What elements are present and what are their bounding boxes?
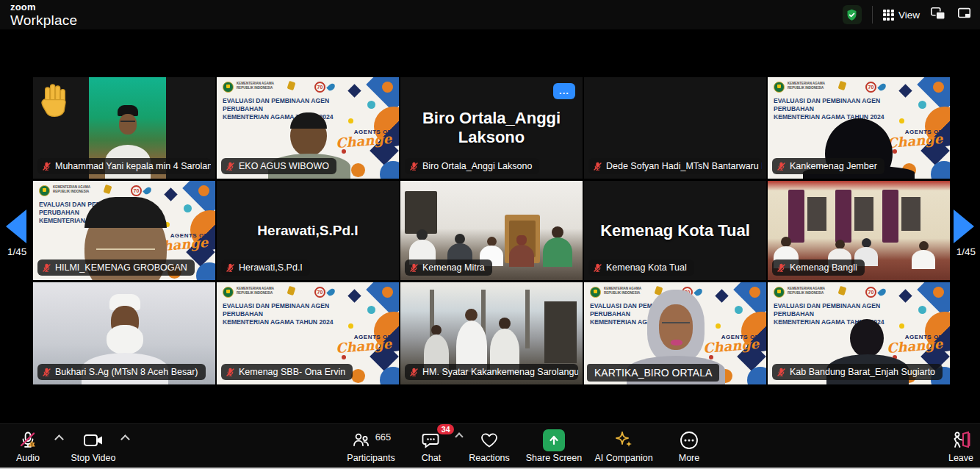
- participant-nameplate: Kemenag Mitra: [405, 259, 492, 276]
- stop-video-button[interactable]: Stop Video: [46, 429, 141, 463]
- leave-label: Leave: [935, 453, 980, 463]
- muted-mic-icon: [777, 263, 786, 273]
- participant-nameplate: HM. Syatar Kakankemenag Sarolangun ...: [405, 364, 578, 380]
- participant-tile-kemenag-kota-tual[interactable]: Kemenag Kota Tual Kemenag Kota Tual: [584, 181, 766, 280]
- muted-mic-icon: [593, 162, 602, 171]
- blue-logo: [326, 82, 336, 92]
- kemenag-logo: [774, 287, 785, 298]
- participant-nameplate: EKO AGUS WIBOWO: [221, 158, 336, 174]
- participant-name: KARTIKA_BIRO ORTALA: [594, 367, 712, 379]
- participant-tile-bukhari[interactable]: Bukhari S.Ag (MTsN 8 Aceh Besar): [33, 282, 215, 384]
- muted-mic-icon: [42, 263, 51, 273]
- muted-mic-icon: [226, 368, 235, 377]
- view-label: View: [898, 10, 920, 21]
- ai-companion-sparkle-icon: [613, 431, 634, 450]
- more-ellipsis-icon: [680, 431, 699, 450]
- participant-nameplate: Kemenag SBB- Ona Ervin: [221, 364, 353, 380]
- muted-mic-icon: [409, 368, 419, 377]
- hab-70-logo: 70: [865, 287, 876, 298]
- hab-70-logo: 70: [314, 82, 325, 93]
- hab-70-logo: 70: [131, 185, 142, 196]
- participant-name: Bukhari S.Ag (MTsN 8 Aceh Besar): [55, 367, 198, 377]
- muted-mic-icon: [777, 162, 786, 171]
- kemenag-logo: [223, 82, 234, 93]
- top-bar: zoom Workplace View: [0, 0, 980, 29]
- participant-nameplate: Kemenag Kota Tual: [588, 259, 694, 276]
- participant-name: Muhammad Yani kepala min 4 Sarolan...: [55, 161, 211, 171]
- security-shield-icon[interactable]: [843, 5, 862, 24]
- participant-nameplate: Biro Ortala_Anggi Laksono: [405, 158, 539, 174]
- zoom-logo-text: zoom: [10, 2, 77, 12]
- kemenag-logo: [39, 185, 50, 196]
- gold-emblem: [104, 185, 112, 194]
- participants-icon: [351, 432, 370, 449]
- participant-tile-kemenag-sbb[interactable]: KEMENTERIAN AGAMA REPUBLIK INDONESIA70 E…: [217, 282, 399, 384]
- muted-mic-icon: [409, 162, 419, 171]
- participant-tile-dede-sofyan-hadi[interactable]: Dede Sofyan Hadi_MTsN Bantarwaru M...: [584, 77, 766, 179]
- participant-tile-hilmi-kemenag-grobogan[interactable]: KEMENTERIAN AGAMA REPUBLIK INDONESIA70 E…: [33, 181, 215, 280]
- minimize-window-icon[interactable]: [956, 6, 973, 24]
- participant-tile-kankemenag-jember[interactable]: KEMENTERIAN AGAMA REPUBLIK INDONESIA70 E…: [768, 77, 950, 179]
- stop-video-label: Stop Video: [46, 453, 141, 463]
- participant-tile-biro-ortala-anggi-laksono[interactable]: ... Biro Ortala_Anggi Laksono Biro Ortal…: [400, 77, 583, 179]
- participant-name: HILMI_KEMENAG GROBOGAN: [55, 262, 187, 273]
- blue-logo: [143, 186, 152, 196]
- meeting-toolbar: Audio Stop Video 665 Participants 34 Cha…: [0, 423, 980, 468]
- hab-70-logo: 70: [314, 287, 325, 298]
- participant-tile-kartika-biro-ortala[interactable]: KEMENTERIAN AGAMA REPUBLIK INDONESIA70 E…: [584, 282, 766, 384]
- raised-hand-icon: [39, 82, 71, 120]
- participant-tile-eko-agus-wibowo[interactable]: KEMENTERIAN AGAMA REPUBLIK INDONESIA70 E…: [217, 77, 399, 179]
- share-screen-icon: [543, 429, 565, 451]
- page-indicator-right: 1/45: [956, 246, 976, 257]
- participant-tile-kemenag-bangli[interactable]: Kemenag Bangli: [768, 181, 950, 280]
- participant-tile-muhammad-yani[interactable]: Muhammad Yani kepala min 4 Sarolan...: [33, 77, 215, 179]
- participant-tile-kemenag-mitra[interactable]: Kemenag Mitra: [400, 181, 583, 280]
- muted-mic-icon: [226, 263, 235, 273]
- participant-name: Biro Ortala_Anggi Laksono: [422, 161, 532, 171]
- participant-tile-herawati[interactable]: Herawati,S.Pd.I Herawati,S.Pd.I: [217, 181, 399, 280]
- video-gallery: 1/45 1/45 Muhammad Yani kepala min 4 Sar…: [0, 29, 980, 423]
- muted-mic-icon: [777, 368, 786, 377]
- participant-nameplate: HILMI_KEMENAG GROBOGAN: [37, 259, 195, 276]
- topbar-divider: [872, 6, 873, 24]
- blue-logo: [877, 287, 887, 297]
- workplace-logo-text: Workplace: [10, 13, 77, 27]
- participant-name: Kemenag Mitra: [422, 262, 485, 273]
- tile-more-button[interactable]: ...: [553, 83, 575, 99]
- kemenag-logo: [774, 82, 785, 93]
- chat-icon: [422, 432, 441, 449]
- next-page-arrow[interactable]: [954, 210, 974, 243]
- participant-tile-kab-bandung-barat[interactable]: KEMENTERIAN AGAMA REPUBLIK INDONESIA70 E…: [768, 282, 950, 384]
- kemenag-logo: [590, 287, 601, 298]
- hab-70-logo: 70: [865, 82, 876, 93]
- video-camera-icon: [83, 432, 104, 448]
- muted-mic-icon: [42, 162, 51, 171]
- participant-grid: Muhammad Yani kepala min 4 Sarolan... KE…: [33, 77, 950, 384]
- participant-name: Kankemenag Jember: [790, 161, 877, 171]
- participant-nameplate: Bukhari S.Ag (MTsN 8 Aceh Besar): [37, 364, 206, 380]
- participant-nameplate: Dede Sofyan Hadi_MTsN Bantarwaru M...: [588, 158, 762, 174]
- picture-in-picture-icon[interactable]: [930, 6, 946, 24]
- gold-emblem: [287, 286, 296, 296]
- heart-icon: [480, 432, 499, 449]
- participant-name: Kab Bandung Barat_Enjah Sugiarto: [790, 367, 935, 377]
- banner-artwork: [887, 77, 950, 179]
- zoom-meeting-window: zoom Workplace View 1/45 1/45: [0, 0, 980, 469]
- gold-emblem: [287, 81, 296, 90]
- leave-meeting-icon: [951, 431, 971, 450]
- participant-nameplate: KARTIKA_BIRO ORTALA: [587, 364, 719, 382]
- muted-mic-icon: [593, 263, 602, 273]
- participant-tile-hm-syatar[interactable]: HM. Syatar Kakankemenag Sarolangun ...: [400, 282, 583, 384]
- muted-mic-icon: [409, 263, 419, 273]
- muted-mic-warning-icon: [18, 431, 37, 450]
- participant-nameplate: Kab Bandung Barat_Enjah Sugiarto: [772, 364, 943, 380]
- participant-name: Herawati,S.Pd.I: [239, 262, 303, 273]
- gallery-grid-icon: [883, 10, 894, 21]
- blue-logo: [693, 287, 703, 297]
- view-button[interactable]: View: [883, 10, 920, 21]
- more-label: More: [641, 453, 737, 463]
- participant-name: EKO AGUS WIBOWO: [239, 161, 329, 171]
- more-button[interactable]: More: [641, 429, 737, 463]
- previous-page-arrow[interactable]: [6, 210, 26, 243]
- leave-button[interactable]: Leave: [935, 429, 980, 463]
